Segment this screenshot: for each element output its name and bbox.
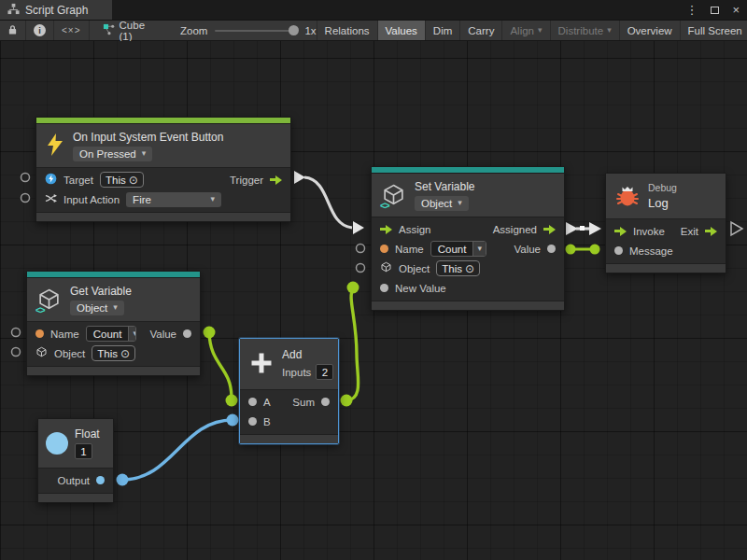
target-picker-icon: ⊙ — [129, 174, 138, 187]
sum-port[interactable] — [321, 398, 330, 406]
name-label: Name — [395, 244, 424, 255]
port-row-new-value: New Value — [372, 278, 564, 298]
exit-flow-port[interactable] — [705, 227, 717, 236]
b-port[interactable] — [248, 417, 257, 426]
caret-down-icon: ▾ — [142, 149, 147, 158]
trigger-label: Trigger — [230, 175, 263, 186]
node-header: <> Set Variable Object ▾ — [372, 174, 564, 217]
tab-title: Script Graph — [25, 4, 88, 17]
name-port[interactable] — [380, 245, 388, 253]
port-row-output: Output — [38, 470, 113, 490]
maximize-icon[interactable] — [711, 7, 719, 14]
b-label: B — [263, 416, 271, 427]
exit-label: Exit — [681, 226, 698, 237]
a-port[interactable] — [248, 398, 257, 406]
name-combo[interactable]: Count ▾ — [430, 241, 486, 257]
menu-icon[interactable]: ⋮ — [685, 3, 698, 17]
inputs-label: Inputs — [282, 367, 311, 378]
node-set-variable[interactable]: <> Set Variable Object ▾ Assign Assigned… — [371, 166, 565, 311]
values-button[interactable]: Values — [377, 21, 425, 40]
caret-down-icon: ▾ — [607, 26, 612, 35]
port-row-assign: Assign Assigned — [372, 219, 564, 239]
dim-button[interactable]: Dim — [425, 21, 459, 40]
name-label: Name — [50, 329, 79, 340]
new-value-port[interactable] — [380, 284, 388, 292]
value-port[interactable] — [547, 245, 556, 253]
value-label: Value — [514, 244, 541, 255]
tab-script-graph[interactable]: Script Graph — [0, 0, 112, 20]
node-get-variable[interactable]: <> Get Variable Object ▾ Name Count ▾ Va… — [26, 271, 201, 376]
name-port[interactable] — [35, 329, 44, 338]
relations-button[interactable]: Relations — [317, 21, 377, 40]
graph-label: Cube (1) — [120, 20, 146, 42]
port-row-invoke: Invoke Exit — [606, 221, 726, 241]
distribute-button[interactable]: Distribute▾ — [550, 21, 619, 40]
caret-down-icon: ▾ — [477, 245, 482, 253]
port-row-target: Target This ⊙ Trigger — [36, 170, 290, 189]
align-button[interactable]: Align▾ — [501, 21, 549, 40]
node-on-input-system-event-button[interactable]: On Input System Event Button On Pressed … — [35, 117, 291, 222]
float-value-field[interactable]: 1 — [75, 443, 92, 459]
window-controls: ⋮ × — [685, 0, 747, 20]
assign-flow-port[interactable] — [380, 225, 392, 234]
output-port[interactable] — [96, 476, 105, 484]
variable-cube-icon: <> — [381, 183, 406, 208]
event-mode-dropdown[interactable]: On Pressed ▾ — [73, 147, 152, 161]
a-label: A — [263, 397, 271, 408]
object-this-chip[interactable]: This ⊙ — [436, 260, 480, 276]
assigned-flow-port[interactable] — [543, 225, 556, 234]
variable-colorbar — [27, 272, 200, 278]
node-header: <> Get Variable Object ▾ — [27, 278, 200, 321]
caret-down-icon: ▾ — [133, 329, 136, 338]
info-button[interactable]: i — [26, 21, 54, 40]
message-label: Message — [629, 245, 673, 257]
input-action-dropdown[interactable]: Fire ▾ — [126, 192, 221, 207]
overview-button[interactable]: Overview — [619, 21, 680, 40]
code-button[interactable]: <×> — [54, 21, 90, 40]
port-row-b: B — [240, 412, 338, 431]
port-row-message: Message — [606, 241, 726, 260]
object-this-chip[interactable]: This ⊙ — [92, 345, 135, 361]
node-float[interactable]: Float 1 Output — [37, 418, 114, 503]
node-body: Target This ⊙ Trigger Input Action Fire … — [36, 167, 290, 212]
invoke-flow-port[interactable] — [614, 227, 627, 236]
node-title: Set Variable — [415, 180, 474, 193]
port-row-a-sum: A Sum — [240, 392, 338, 412]
node-body: A Sum B — [240, 389, 338, 434]
inputs-count-field[interactable]: 2 — [316, 364, 333, 380]
node-debug-log[interactable]: Debug Log Invoke Exit Message — [605, 173, 726, 273]
node-title: On Input System Event Button — [73, 131, 223, 144]
message-port[interactable] — [614, 246, 623, 255]
value-port[interactable] — [183, 329, 191, 338]
zoom-slider-handle[interactable] — [289, 25, 299, 35]
combo-caret-button[interactable]: ▾ — [128, 327, 136, 341]
node-add[interactable]: Add Inputs 2 A Sum B — [239, 338, 339, 444]
lock-button[interactable] — [0, 21, 26, 40]
combo-caret-button[interactable]: ▾ — [472, 242, 486, 256]
trigger-flow-port[interactable] — [270, 175, 282, 185]
info-icon: i — [34, 24, 46, 36]
assign-label: Assign — [399, 224, 431, 235]
caret-down-icon: ▾ — [458, 199, 462, 207]
name-combo[interactable]: Count ▾ — [86, 326, 137, 342]
carry-button[interactable]: Carry — [459, 21, 501, 40]
code-icon: <×> — [62, 25, 81, 35]
object-cube-icon — [35, 346, 48, 360]
event-target-icon — [45, 173, 57, 187]
port-row-object: Object This ⊙ — [372, 259, 564, 278]
node-footer — [372, 301, 564, 310]
plus-icon — [249, 351, 274, 377]
full-screen-button[interactable]: Full Screen — [680, 21, 747, 40]
input-action-icon — [45, 192, 57, 206]
variable-kind-dropdown[interactable]: Object ▾ — [70, 301, 124, 315]
graph-breadcrumb[interactable]: Cube (1) — [93, 21, 155, 40]
variable-kind-dropdown[interactable]: Object ▾ — [415, 196, 469, 211]
zoom-slider[interactable] — [215, 30, 297, 32]
zoom-label: Zoom — [180, 25, 207, 36]
node-title: Float — [75, 427, 100, 441]
close-icon[interactable]: × — [732, 3, 740, 17]
node-title: Add — [282, 348, 302, 361]
input-action-label: Input Action — [63, 194, 120, 205]
node-header: Debug Log — [606, 174, 726, 218]
target-this-chip[interactable]: This ⊙ — [100, 172, 144, 188]
